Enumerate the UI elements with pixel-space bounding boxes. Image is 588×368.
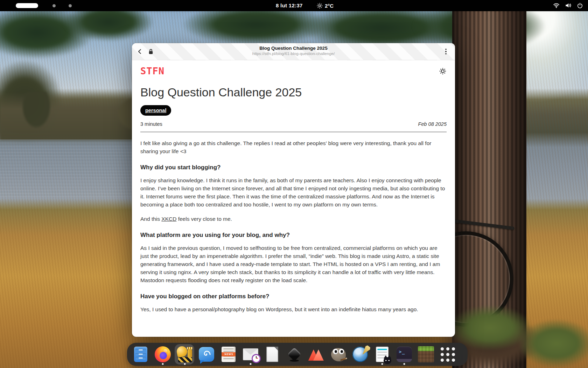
- libreoffice-document-icon: [266, 347, 278, 362]
- red-triangles-app-icon: [308, 347, 324, 361]
- read-time: 3 minutes: [140, 121, 162, 127]
- section-heading: Have you blogged on other platforms befo…: [140, 293, 447, 300]
- newsflash-icon: NEWS: [222, 347, 236, 362]
- terminal-icon: >_: [397, 347, 412, 362]
- gimp-icon: [330, 347, 346, 362]
- dock: NEWS >_: [127, 343, 468, 366]
- page-content: STFN Blog Question Challenge 2025 person…: [132, 60, 455, 337]
- section-paragraph: I enjoy sharing knowledge. I think it ru…: [140, 176, 447, 209]
- workspace-indicator-active[interactable]: [16, 3, 38, 8]
- inkscape-icon: [286, 346, 302, 362]
- sun-icon: [317, 3, 323, 9]
- show-apps-button[interactable]: [437, 343, 459, 366]
- section-heading: Why did you start blogging?: [140, 164, 447, 171]
- dock-item-tuba[interactable]: [174, 343, 196, 366]
- dock-item-files[interactable]: [130, 343, 152, 366]
- scribus-icon: [352, 347, 368, 362]
- xkcd-pre-text: And this: [140, 216, 161, 222]
- dock-item-red-triangles-app[interactable]: [306, 343, 328, 366]
- dock-item-inkscape[interactable]: [284, 343, 306, 366]
- clock[interactable]: 8 lut 12:37: [276, 2, 303, 8]
- tuba-icon: [177, 346, 193, 362]
- section-paragraph: Yes, I used to have a personal/photograp…: [140, 305, 447, 313]
- firefox-icon: [155, 346, 171, 362]
- dock-item-scribus[interactable]: [349, 343, 371, 366]
- dock-item-firefox[interactable]: [152, 343, 174, 366]
- running-indicator: [403, 363, 405, 365]
- tag-personal[interactable]: personal: [140, 105, 171, 116]
- dock-item-gimp[interactable]: [327, 343, 349, 366]
- news-band-label: NEWS: [222, 352, 236, 356]
- power-icon: [577, 2, 583, 9]
- evolution-mail-icon: [243, 348, 258, 360]
- system-status-area[interactable]: [553, 2, 583, 9]
- running-indicator: [381, 363, 383, 365]
- theme-toggle-sun-icon[interactable]: [439, 67, 447, 75]
- wifi-icon: [553, 2, 560, 9]
- dock-item-libreoffice[interactable]: [261, 343, 284, 366]
- window-title: Blog Question Challenge 2025: [132, 45, 455, 51]
- dock-item-terminal[interactable]: >_: [393, 343, 415, 366]
- dock-item-fractal[interactable]: [196, 343, 218, 366]
- post-title: Blog Question Challenge 2025: [140, 85, 447, 100]
- weather-chip[interactable]: 2°C: [317, 1, 334, 10]
- running-indicator: [162, 363, 164, 365]
- weather-temp: 2°C: [325, 3, 334, 9]
- dock-item-notes-cat-app[interactable]: [371, 343, 393, 366]
- fractal-icon: [199, 347, 214, 362]
- notes-cat-app-icon: [376, 347, 388, 362]
- xkcd-post-text: feels very close to me.: [176, 216, 232, 222]
- volume-icon: [565, 2, 572, 9]
- terminal-prompt-glyph: >_: [399, 349, 405, 354]
- running-indicator: [250, 363, 251, 365]
- intro-paragraph: I felt like also giving a go at this cha…: [140, 139, 447, 155]
- post-date: Feb 08 2025: [418, 121, 447, 127]
- minecraft-grass-block-icon: [418, 346, 434, 362]
- window-url: https://stfn.pl/blog/61-blog-question-ch…: [132, 51, 455, 56]
- files-icon: [134, 347, 147, 362]
- workspace-indicator-dot[interactable]: [69, 4, 72, 7]
- running-indicator: [184, 363, 186, 365]
- dock-item-minecraft[interactable]: [415, 343, 437, 366]
- section-paragraph: As I said in the previous question, I mo…: [140, 244, 447, 284]
- top-bar: 8 lut 12:37 2°C: [0, 0, 588, 11]
- section-heading: What platform are you using for your blo…: [140, 231, 447, 239]
- xkcd-sentence: And this XKCD feels very close to me.: [140, 215, 447, 223]
- show-apps-grid-icon: [441, 347, 455, 362]
- site-logo[interactable]: STFN: [140, 66, 164, 76]
- cat-mascot: [384, 357, 391, 364]
- dock-item-evolution[interactable]: [239, 343, 261, 366]
- clock-badge: [252, 354, 261, 363]
- kebab-menu-button[interactable]: [442, 48, 449, 55]
- divider: [140, 132, 447, 132]
- xkcd-link[interactable]: XKCD: [161, 216, 176, 222]
- workspace-indicator-dot[interactable]: [52, 4, 56, 7]
- browser-header-bar: Blog Question Challenge 2025 https://stf…: [132, 43, 455, 60]
- dock-item-newsflash[interactable]: NEWS: [218, 343, 240, 366]
- browser-window: Blog Question Challenge 2025 https://stf…: [132, 43, 455, 337]
